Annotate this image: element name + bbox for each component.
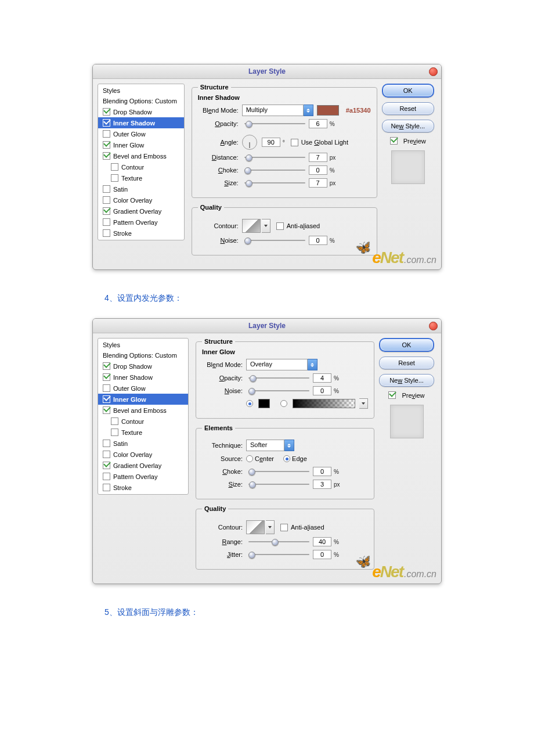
checkbox-icon[interactable] bbox=[103, 462, 110, 469]
checkbox-icon[interactable] bbox=[103, 373, 110, 381]
size-slider[interactable] bbox=[244, 182, 305, 183]
new-style-button[interactable]: New Style... bbox=[379, 374, 434, 387]
sidebar-texture[interactable]: Texture bbox=[98, 172, 184, 183]
distance-value[interactable]: 7 bbox=[309, 153, 327, 162]
blend-mode-select[interactable]: Overlay bbox=[246, 359, 317, 370]
chevron-down-icon[interactable] bbox=[262, 219, 270, 233]
sidebar-contour[interactable]: Contour bbox=[98, 161, 184, 172]
size-value[interactable]: 3 bbox=[313, 480, 331, 489]
sidebar-contour[interactable]: Contour bbox=[98, 416, 188, 427]
radio-edge[interactable] bbox=[283, 455, 290, 462]
jitter-slider[interactable] bbox=[248, 554, 309, 555]
noise-value[interactable]: 0 bbox=[313, 386, 331, 395]
contour-preview[interactable] bbox=[246, 520, 265, 534]
range-slider[interactable] bbox=[248, 541, 309, 542]
sidebar-drop-shadow[interactable]: Drop Shadow bbox=[98, 361, 188, 372]
technique-select[interactable]: Softer bbox=[246, 440, 294, 451]
sidebar-texture[interactable]: Texture bbox=[98, 427, 188, 438]
checkbox-icon[interactable] bbox=[103, 141, 110, 149]
choke-slider[interactable] bbox=[248, 471, 309, 472]
checkbox-icon[interactable] bbox=[103, 119, 110, 127]
sidebar-satin[interactable]: Satin bbox=[98, 183, 184, 195]
sidebar-color-overlay[interactable]: Color Overlay bbox=[98, 449, 188, 460]
chevron-down-icon[interactable] bbox=[266, 520, 275, 534]
global-light-checkbox[interactable] bbox=[291, 139, 298, 146]
checkbox-icon[interactable] bbox=[103, 152, 110, 160]
radio-gradient[interactable] bbox=[280, 400, 287, 407]
sidebar-inner-shadow[interactable]: Inner Shadow bbox=[98, 117, 184, 128]
range-value[interactable]: 40 bbox=[313, 537, 331, 546]
chevron-updown-icon[interactable] bbox=[304, 105, 313, 116]
gradient-preview[interactable] bbox=[293, 399, 355, 408]
sidebar-outer-glow[interactable]: Outer Glow bbox=[98, 128, 184, 139]
sidebar-pattern-overlay[interactable]: Pattern Overlay bbox=[98, 217, 184, 228]
sidebar-inner-glow[interactable]: Inner Glow bbox=[98, 394, 188, 405]
checkbox-icon[interactable] bbox=[103, 384, 110, 392]
sidebar-pattern-overlay[interactable]: Pattern Overlay bbox=[98, 471, 188, 482]
new-style-button[interactable]: New Style... bbox=[382, 120, 435, 132]
sidebar-blending-options[interactable]: Blending Options: Custom bbox=[98, 350, 188, 361]
sidebar-inner-glow[interactable]: Inner Glow bbox=[98, 139, 184, 150]
sidebar-gradient-overlay[interactable]: Gradient Overlay bbox=[98, 206, 184, 217]
checkbox-icon[interactable] bbox=[103, 185, 110, 193]
contour-preview[interactable] bbox=[242, 219, 261, 233]
sidebar-header[interactable]: Styles bbox=[98, 340, 188, 350]
angle-value[interactable]: 90 bbox=[262, 138, 280, 147]
opacity-value[interactable]: 4 bbox=[313, 373, 331, 383]
glow-color-swatch[interactable] bbox=[258, 399, 270, 408]
sidebar-drop-shadow[interactable]: Drop Shadow bbox=[98, 106, 184, 117]
noise-value[interactable]: 0 bbox=[309, 236, 327, 245]
sidebar-gradient-overlay[interactable]: Gradient Overlay bbox=[98, 460, 188, 471]
radio-center[interactable] bbox=[246, 455, 253, 462]
sidebar-satin[interactable]: Satin bbox=[98, 438, 188, 449]
anti-aliased-checkbox[interactable] bbox=[280, 524, 288, 531]
size-value[interactable]: 7 bbox=[309, 178, 327, 188]
noise-slider[interactable] bbox=[248, 390, 309, 391]
checkbox-icon[interactable] bbox=[103, 395, 110, 403]
opacity-value[interactable]: 6 bbox=[309, 119, 327, 128]
noise-slider[interactable] bbox=[244, 240, 305, 241]
checkbox-icon[interactable] bbox=[103, 484, 110, 491]
close-icon[interactable] bbox=[429, 322, 438, 330]
chevron-updown-icon[interactable] bbox=[284, 440, 294, 451]
sidebar-blending-options[interactable]: Blending Options: Custom bbox=[98, 96, 184, 106]
checkbox-icon[interactable] bbox=[103, 108, 110, 116]
checkbox-icon[interactable] bbox=[103, 196, 110, 204]
checkbox-icon[interactable] bbox=[111, 163, 118, 171]
checkbox-icon[interactable] bbox=[103, 440, 110, 447]
checkbox-icon[interactable] bbox=[111, 429, 118, 436]
checkbox-icon[interactable] bbox=[103, 130, 110, 138]
preview-checkbox[interactable] bbox=[390, 137, 398, 145]
choke-slider[interactable] bbox=[244, 170, 305, 171]
checkbox-icon[interactable] bbox=[103, 207, 110, 215]
ok-button[interactable]: OK bbox=[382, 84, 435, 98]
reset-button[interactable]: Reset bbox=[379, 357, 434, 369]
distance-slider[interactable] bbox=[244, 157, 305, 158]
checkbox-icon[interactable] bbox=[111, 174, 118, 182]
angle-dial[interactable] bbox=[242, 135, 257, 150]
color-swatch[interactable] bbox=[317, 105, 339, 116]
sidebar-header[interactable]: Styles bbox=[98, 85, 184, 96]
sidebar-inner-shadow[interactable]: Inner Shadow bbox=[98, 372, 188, 383]
ok-button[interactable]: OK bbox=[379, 338, 434, 352]
opacity-slider[interactable] bbox=[248, 377, 309, 379]
checkbox-icon[interactable] bbox=[103, 406, 110, 414]
checkbox-icon[interactable] bbox=[103, 229, 110, 237]
choke-value[interactable]: 0 bbox=[309, 165, 327, 175]
close-icon[interactable] bbox=[429, 67, 438, 76]
size-slider[interactable] bbox=[248, 484, 309, 485]
preview-checkbox[interactable] bbox=[388, 391, 396, 399]
radio-solid-color[interactable] bbox=[246, 400, 253, 407]
checkbox-icon[interactable] bbox=[111, 417, 118, 425]
reset-button[interactable]: Reset bbox=[382, 102, 435, 115]
checkbox-icon[interactable] bbox=[103, 362, 110, 370]
chevron-down-icon[interactable] bbox=[359, 398, 368, 409]
sidebar-outer-glow[interactable]: Outer Glow bbox=[98, 383, 188, 394]
checkbox-icon[interactable] bbox=[103, 218, 110, 226]
choke-value[interactable]: 0 bbox=[313, 467, 331, 476]
sidebar-bevel-emboss[interactable]: Bevel and Emboss bbox=[98, 405, 188, 416]
sidebar-stroke[interactable]: Stroke bbox=[98, 228, 184, 239]
sidebar-stroke[interactable]: Stroke bbox=[98, 482, 188, 493]
checkbox-icon[interactable] bbox=[103, 451, 110, 458]
chevron-updown-icon[interactable] bbox=[308, 359, 317, 370]
